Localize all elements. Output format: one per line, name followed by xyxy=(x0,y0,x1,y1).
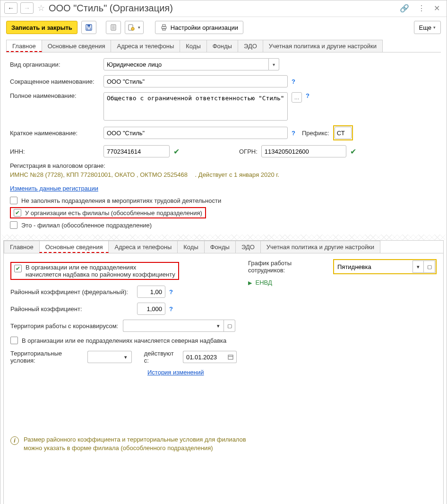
full-name-input[interactable]: Общество с ограниченной ответственностью… xyxy=(103,92,288,121)
chk-is-branch-label: Это - филиал (обособленное подразделение… xyxy=(21,222,152,229)
help-short-name[interactable]: ? xyxy=(292,78,295,85)
effective-label: действуют с: xyxy=(144,350,179,364)
schedule-label: График работы сотрудников: xyxy=(248,260,329,274)
chk-north[interactable] xyxy=(10,337,18,344)
effective-date-input[interactable] xyxy=(183,351,225,363)
full-name-expand-button[interactable]: … xyxy=(292,92,302,103)
covid-territory-open[interactable]: ▢ xyxy=(224,320,235,332)
rk-fed-label: Районный коэффициент (федеральный): xyxy=(10,288,133,295)
favorite-icon[interactable]: ☆ xyxy=(37,3,45,13)
nav-forward-button[interactable]: → xyxy=(20,2,34,14)
prefix-input[interactable] xyxy=(335,127,352,139)
ogrn-valid-icon: ✔ xyxy=(350,147,356,156)
panel-divider xyxy=(1,235,446,240)
chevron-down-icon: ▾ xyxy=(433,25,436,30)
tab-glavnoe[interactable]: Главное xyxy=(6,40,42,52)
tab-policy[interactable]: Учетная политика и другие настройки xyxy=(263,40,383,52)
attach-button[interactable]: ▾ xyxy=(125,21,144,34)
territory-label: Территориальные условия: xyxy=(10,350,84,364)
more-button[interactable]: Еще ▾ xyxy=(414,21,441,34)
org-kind-dropdown[interactable]: ▾ xyxy=(269,58,279,70)
rk-input[interactable] xyxy=(137,303,165,315)
tax-reg-label: Регистрация в налоговом органе: xyxy=(10,162,437,169)
save-button[interactable] xyxy=(81,21,96,34)
link-icon[interactable]: 🔗 xyxy=(397,4,412,13)
floppy-icon xyxy=(85,24,93,31)
schedule-input[interactable] xyxy=(335,261,413,272)
chk-dont-fill[interactable] xyxy=(10,197,17,204)
chk-dont-fill-label: Не заполнять подразделения в мероприятия… xyxy=(21,197,221,204)
help-rk-fed[interactable]: ? xyxy=(169,288,173,295)
covid-territory-label: Территория работы с коронавирусом: xyxy=(10,322,119,330)
tab2-adresa[interactable]: Адреса и телефоны xyxy=(108,241,178,253)
nav-back-button[interactable]: ← xyxy=(4,2,17,14)
svg-rect-12 xyxy=(228,355,233,359)
inn-input[interactable] xyxy=(103,145,170,157)
calendar-button[interactable] xyxy=(225,351,237,363)
short-name-input[interactable] xyxy=(103,75,288,87)
chk-is-branch[interactable] xyxy=(10,221,17,229)
chk-north-label: В организации или ее подразделениях начи… xyxy=(22,337,226,344)
chevron-right-icon: ▶ xyxy=(248,280,252,286)
tab2-glavnoe[interactable]: Главное xyxy=(4,241,40,253)
tab-kody[interactable]: Коды xyxy=(180,40,206,52)
org-settings-button[interactable]: Настройки организации xyxy=(155,21,243,34)
tab2-osnovnye[interactable]: Основные сведения xyxy=(39,241,109,253)
schedule-open[interactable]: ▢ xyxy=(424,261,435,273)
document-gear-icon xyxy=(128,24,135,31)
full-name-label: Полное наименование: xyxy=(10,92,100,99)
printer-icon xyxy=(160,24,168,31)
schedule-dropdown[interactable]: ▾ xyxy=(413,261,424,273)
tabs-main: Главное Основные сведения Адреса и телеф… xyxy=(6,40,441,52)
org-settings-label: Настройки организации xyxy=(171,24,238,31)
change-registration-link[interactable]: Изменить данные регистрации xyxy=(10,185,98,192)
chk-region-coef-label: В организации или ее подразделениях начи… xyxy=(26,264,175,278)
tab-osnovnye[interactable]: Основные сведения xyxy=(42,40,112,52)
svg-rect-10 xyxy=(163,25,165,26)
rk-label: Районный коэффициент: xyxy=(10,305,133,313)
calendar-icon xyxy=(228,354,233,360)
covid-territory-input[interactable] xyxy=(123,320,213,332)
tab-adresa[interactable]: Адреса и телефоны xyxy=(111,40,180,52)
tab2-fondy[interactable]: Фонды xyxy=(204,241,236,253)
svg-rect-2 xyxy=(87,28,90,30)
kebab-icon[interactable]: ⋮ xyxy=(415,4,428,13)
tab-fondy[interactable]: Фонды xyxy=(206,40,238,52)
territory-dropdown[interactable]: ▾ xyxy=(120,351,132,363)
help-rk[interactable]: ? xyxy=(169,305,173,313)
tab2-edo[interactable]: ЭДО xyxy=(235,241,261,253)
inn-valid-icon: ✔ xyxy=(173,147,180,156)
help-brief-name[interactable]: ? xyxy=(292,130,295,137)
territory-input[interactable] xyxy=(87,351,120,363)
close-icon[interactable]: ✕ xyxy=(431,4,443,13)
tab2-policy[interactable]: Учетная политика и другие настройки xyxy=(260,241,380,253)
chk-has-branches[interactable] xyxy=(14,209,21,217)
info-text: Размер районного коэффициента и территор… xyxy=(24,435,250,452)
chk-has-branches-label: У организации есть филиалы (обособленные… xyxy=(25,209,202,217)
save-and-close-button[interactable]: Записать и закрыть xyxy=(6,21,77,34)
brief-name-input[interactable] xyxy=(103,127,288,139)
help-full-name[interactable]: ? xyxy=(306,92,309,99)
tabs-details: Главное Основные сведения Адреса и телеф… xyxy=(4,241,443,253)
short-name-label: Сокращенное наименование: xyxy=(10,78,100,85)
envd-label: ЕНВД xyxy=(256,279,272,286)
ogrn-input[interactable] xyxy=(261,145,346,157)
org-kind-input[interactable] xyxy=(103,58,269,70)
org-kind-label: Вид организации: xyxy=(10,61,100,68)
tab-edo[interactable]: ЭДО xyxy=(238,40,263,52)
svg-rect-1 xyxy=(87,25,90,27)
document-icon xyxy=(110,24,117,31)
covid-territory-dropdown[interactable]: ▾ xyxy=(213,320,224,332)
report-button[interactable] xyxy=(106,21,121,34)
info-icon: i xyxy=(10,436,19,445)
history-link[interactable]: История изменений xyxy=(147,369,204,376)
chk-region-coef[interactable] xyxy=(14,265,22,272)
tab2-kody[interactable]: Коды xyxy=(177,241,204,253)
rk-fed-input[interactable] xyxy=(137,286,165,298)
envd-toggle[interactable]: ▶ ЕНВД xyxy=(248,279,437,286)
more-label: Еще xyxy=(419,24,431,31)
tax-reg-text: ИМНС №28 (7728), КПП 772801001, ОКАТО , … xyxy=(10,171,188,178)
prefix-label: Префикс: xyxy=(302,130,329,137)
svg-point-8 xyxy=(131,27,134,30)
brief-name-label: Краткое наименование: xyxy=(10,130,100,137)
